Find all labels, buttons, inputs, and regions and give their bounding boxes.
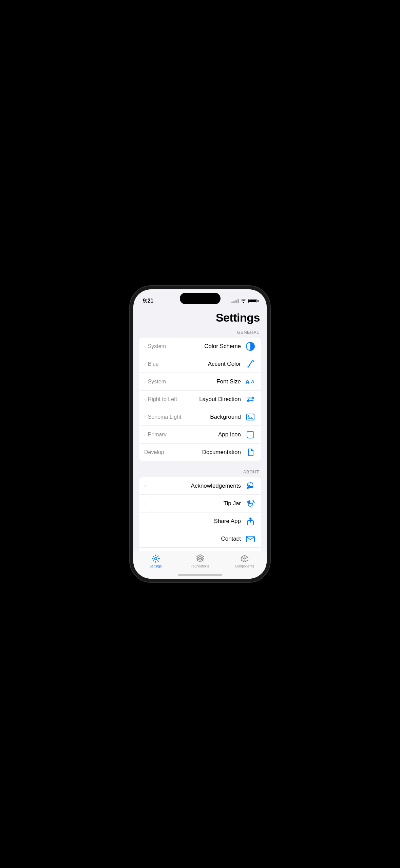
font-size-label: Font Size bbox=[216, 378, 241, 385]
settings-tab-label: Settings bbox=[149, 564, 161, 568]
list-item-contact[interactable]: Contact bbox=[139, 530, 261, 548]
section-label-about: ABOUT bbox=[133, 469, 267, 477]
acknowledgements-label: Acknowledgements bbox=[191, 483, 241, 489]
battery-icon bbox=[248, 299, 257, 303]
status-time: 9:21 bbox=[143, 298, 153, 304]
foundations-tab-icon bbox=[195, 554, 205, 563]
svg-text:A: A bbox=[251, 379, 254, 384]
contact-label: Contact bbox=[221, 536, 241, 542]
documentation-value: Develop bbox=[144, 449, 164, 455]
accent-color-value: Blue bbox=[148, 361, 159, 367]
tab-bar: Settings Foundations Compo bbox=[133, 551, 267, 579]
general-list: ‹ System Color Scheme ‹ bbox=[139, 338, 261, 461]
svg-line-3 bbox=[253, 360, 254, 361]
share-app-label: Share App bbox=[214, 518, 241, 525]
svg-point-11 bbox=[154, 558, 157, 560]
list-item-tip-jar[interactable]: ‹ Tip Jar bbox=[139, 495, 261, 512]
chevron-icon: ‹ bbox=[144, 501, 146, 506]
foundations-tab-label: Foundations bbox=[191, 564, 209, 568]
color-scheme-value: System bbox=[148, 343, 166, 349]
list-item-app-icon[interactable]: ‹ Primary App Icon bbox=[139, 426, 261, 444]
list-item-color-scheme[interactable]: ‹ System Color Scheme bbox=[139, 338, 261, 355]
accent-color-icon bbox=[245, 359, 256, 369]
battery-fill bbox=[249, 300, 256, 302]
dynamic-island bbox=[180, 293, 221, 304]
components-tab-icon bbox=[240, 554, 249, 563]
chevron-icon: ‹ bbox=[144, 361, 146, 367]
font-size-value: System bbox=[148, 379, 166, 385]
svg-rect-6 bbox=[247, 414, 254, 420]
phone-frame: 9:21 Settings GENERAL bbox=[133, 289, 267, 579]
app-icon-value: Primary bbox=[148, 432, 167, 438]
list-item-share-app[interactable]: Share App bbox=[139, 512, 261, 530]
tab-item-foundations[interactable]: Foundations bbox=[178, 554, 222, 568]
chevron-icon: ‹ bbox=[144, 483, 146, 489]
chevron-icon: ‹ bbox=[144, 432, 146, 437]
list-item-rate-app[interactable]: Rate on the App Store bbox=[139, 548, 261, 551]
color-scheme-icon bbox=[245, 341, 256, 352]
svg-point-7 bbox=[248, 415, 249, 417]
tab-item-settings[interactable]: Settings bbox=[133, 554, 178, 568]
svg-line-1 bbox=[249, 361, 252, 366]
about-list: ‹ Acknowledgements bbox=[139, 477, 261, 551]
background-value: Sonoma Light bbox=[148, 414, 182, 420]
background-label: Background bbox=[210, 414, 241, 420]
svg-text:A: A bbox=[245, 379, 250, 385]
svg-rect-8 bbox=[247, 431, 254, 438]
signal-icon bbox=[231, 299, 239, 303]
section-label-general: GENERAL bbox=[133, 330, 267, 338]
font-size-icon: A A bbox=[245, 376, 256, 387]
documentation-label: Documentation bbox=[202, 449, 241, 456]
status-icons bbox=[231, 299, 257, 303]
share-app-icon bbox=[245, 516, 256, 527]
background-icon bbox=[245, 412, 256, 422]
list-item-font-size[interactable]: ‹ System Font Size A A bbox=[139, 373, 261, 391]
list-item-background[interactable]: ‹ Sonoma Light Background bbox=[139, 408, 261, 426]
chevron-icon: ‹ bbox=[144, 397, 146, 402]
scroll-area[interactable]: Settings GENERAL ‹ System Color Scheme bbox=[133, 308, 267, 551]
chevron-icon: ‹ bbox=[144, 414, 146, 420]
app-icon-icon bbox=[245, 429, 256, 440]
list-item-layout-direction[interactable]: ‹ Right to Left Layout Direction bbox=[139, 391, 261, 408]
list-item-accent-color[interactable]: ‹ Blue Accent Color bbox=[139, 355, 261, 373]
list-item-acknowledgements[interactable]: ‹ Acknowledgements bbox=[139, 477, 261, 495]
svg-rect-10 bbox=[246, 536, 254, 542]
tip-jar-icon bbox=[245, 498, 256, 509]
status-bar: 9:21 bbox=[133, 289, 267, 308]
contact-icon bbox=[245, 534, 256, 544]
tip-jar-label: Tip Jar bbox=[224, 500, 241, 507]
settings-tab-icon bbox=[151, 554, 160, 563]
list-item-documentation[interactable]: Develop Documentation bbox=[139, 444, 261, 461]
components-tab-label: Components bbox=[235, 564, 254, 568]
wifi-icon bbox=[241, 299, 246, 303]
documentation-icon bbox=[245, 447, 256, 458]
color-scheme-label: Color Scheme bbox=[204, 343, 241, 350]
chevron-icon: ‹ bbox=[144, 379, 146, 384]
layout-direction-value: Right to Left bbox=[148, 396, 177, 402]
app-icon-label: App Icon bbox=[218, 431, 241, 438]
chevron-icon: ‹ bbox=[144, 344, 146, 349]
accent-color-label: Accent Color bbox=[208, 361, 241, 367]
layout-direction-label: Layout Direction bbox=[199, 396, 241, 403]
home-indicator bbox=[178, 574, 222, 576]
tab-item-components[interactable]: Components bbox=[222, 554, 267, 568]
layout-direction-icon bbox=[245, 394, 256, 405]
page-title: Settings bbox=[133, 308, 267, 330]
acknowledgements-icon bbox=[245, 481, 256, 491]
